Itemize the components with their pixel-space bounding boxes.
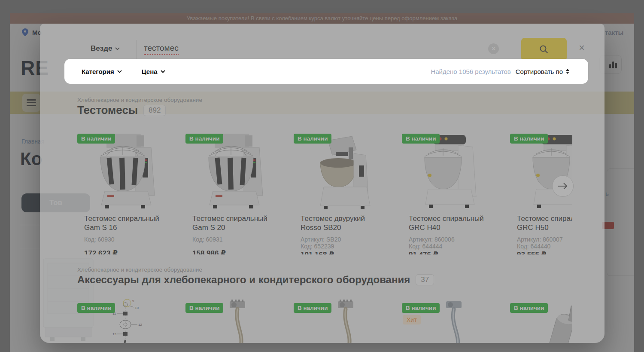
products-carousel: В наличии Тестомес спиральныйGam S 16 Ко… — [77, 129, 572, 254]
product-price: 91 476 ₽ — [402, 250, 501, 254]
product-card[interactable]: В наличии — [185, 299, 284, 343]
section-title[interactable]: Тестомесы — [77, 104, 138, 117]
product-card[interactable]: В наличии Тестомес двурукийRosso SB20 Ар… — [294, 129, 392, 254]
price-filter-dropdown[interactable]: Цена — [142, 68, 165, 75]
section-count-badge: 37 — [416, 274, 434, 285]
product-meta: Код: 60930 — [77, 236, 176, 243]
category-filter-label: Категория — [82, 68, 114, 75]
availability-badge: В наличии — [510, 134, 548, 144]
sort-arrows-icon — [566, 69, 569, 74]
product-price: 93 555 ₽ — [510, 250, 572, 254]
search-submit-button[interactable] — [521, 38, 567, 61]
svg-text:9: 9 — [132, 299, 134, 303]
section-count-badge: 892 — [143, 105, 166, 116]
search-modal: Везде тестомес × × Категория Цена Найден… — [40, 24, 605, 343]
product-meta: Код: 60931 — [185, 236, 284, 243]
category-filter-dropdown[interactable]: Категория — [82, 68, 122, 75]
availability-badge: В наличии — [185, 134, 223, 144]
product-name[interactable]: Тестомес двурукийRosso SB20 — [294, 214, 392, 232]
product-name[interactable]: Тестомес спиральныйGam S 16 — [77, 214, 176, 232]
svg-text:10: 10 — [135, 306, 139, 310]
product-name[interactable]: Тестомес спиральныйGam S 20 — [185, 214, 284, 232]
chevron-down-icon — [117, 70, 122, 73]
arrow-right-icon — [558, 182, 568, 190]
screen: Уважаемые покупатели! В связи с колебани… — [0, 0, 644, 352]
close-modal-button[interactable]: × — [577, 43, 587, 53]
results-count: Найдено 1056 результатов — [431, 68, 510, 75]
sort-dropdown[interactable]: Сортировать по — [516, 68, 569, 75]
search-scope-dropdown[interactable]: Везде — [88, 44, 122, 53]
product-card[interactable]: 91011121316 В наличии — [77, 299, 176, 343]
clear-search-button[interactable]: × — [488, 43, 499, 54]
product-card[interactable]: В наличии Тестомес спиральныйGam S 20 Ко… — [185, 129, 284, 254]
product-card[interactable]: В наличии Хит — [402, 299, 501, 343]
sort-label: Сортировать по — [516, 68, 563, 75]
carousel-next-button[interactable] — [552, 175, 574, 197]
chevron-down-icon — [115, 47, 120, 50]
product-name[interactable]: Тестомес спиральныйGRC H50 — [510, 214, 572, 232]
product-card[interactable]: В наличии — [294, 299, 392, 343]
divider — [136, 40, 137, 59]
availability-badge: В наличии — [185, 303, 223, 313]
availability-badge: В наличии — [294, 303, 331, 313]
hit-badge: Хит — [403, 315, 421, 324]
availability-badge: В наличии — [77, 134, 115, 144]
search-input[interactable]: тестомес — [144, 43, 179, 55]
products-carousel: 91011121316 В наличии В наличии В наличи… — [77, 299, 572, 343]
product-price: 158 986 ₽ — [185, 249, 284, 254]
section-category-label[interactable]: Хлебопекарное и кондитерское оборудовани… — [77, 97, 202, 103]
product-price: 101 168 ₽ — [294, 250, 392, 254]
product-meta: Артикул: SB20Код: 652239 — [294, 236, 392, 250]
product-card[interactable]: В наличии Тестомес спиральныйGRC H40 Арт… — [402, 129, 501, 254]
section-title[interactable]: Аксессуары для хлебопекарного и кондитер… — [77, 274, 410, 286]
availability-badge: В наличии — [77, 303, 115, 313]
svg-text:12: 12 — [138, 323, 142, 327]
availability-badge: В наличии — [402, 303, 440, 313]
product-name[interactable]: Тестомес спиральныйGRC H40 — [402, 214, 501, 232]
chevron-down-icon — [161, 70, 165, 73]
availability-badge: В наличии — [402, 134, 440, 144]
availability-badge: В наличии — [510, 303, 548, 313]
filter-bar: Категория Цена Найдено 1056 результатов … — [64, 59, 588, 84]
product-meta: Артикул: 860007Код: 644440 — [510, 236, 572, 250]
product-card[interactable]: В наличии Тестомес спиральныйGam S 16 Ко… — [77, 129, 176, 254]
product-meta: Артикул: 860006Код: 644444 — [402, 236, 501, 250]
svg-text:13: 13 — [112, 332, 116, 336]
section-category-label[interactable]: Хлебопекарное и кондитерское оборудовани… — [77, 266, 202, 273]
product-card[interactable]: В наличии — [510, 299, 572, 343]
price-filter-label: Цена — [142, 68, 158, 75]
search-icon — [539, 45, 549, 54]
search-scope-label: Везде — [91, 44, 112, 53]
product-price: 172 623 ₽ — [77, 249, 176, 254]
availability-badge: В наличии — [294, 134, 331, 144]
